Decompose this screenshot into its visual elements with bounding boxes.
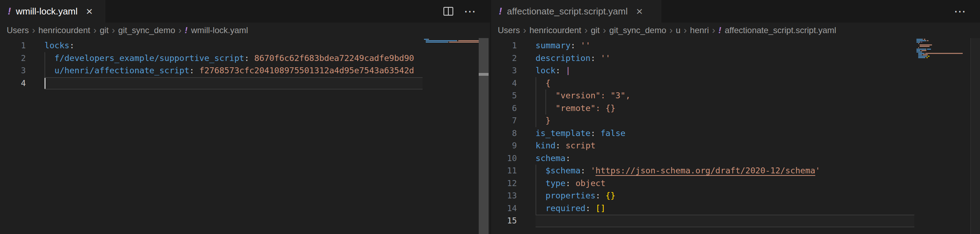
line-number: 9 bbox=[491, 139, 517, 152]
line-number: 3 bbox=[491, 65, 517, 77]
yaml-file-icon: ! bbox=[8, 7, 11, 16]
yaml-file-icon: ! bbox=[185, 25, 188, 35]
line-number: 10 bbox=[491, 152, 517, 165]
breadcrumb-item[interactable]: git_sync_demo bbox=[609, 25, 666, 35]
tab-wmill-lock-yaml[interactable]: ! wmill-lock.yaml × bbox=[0, 0, 105, 22]
schema-url-link[interactable]: https://json-schema.org/draft/2020-12/sc… bbox=[595, 166, 816, 176]
breadcrumb-item[interactable]: git bbox=[100, 25, 108, 35]
code-token: ' bbox=[815, 166, 820, 176]
code-token: { bbox=[546, 78, 550, 88]
code-line[interactable]: 3lock: | bbox=[491, 65, 980, 77]
code-token: "version": "3", bbox=[556, 90, 630, 100]
tab-label: wmill-lock.yaml bbox=[16, 6, 78, 17]
breadcrumb-file[interactable]: affectionate_script.script.yaml bbox=[725, 25, 836, 35]
code-line[interactable]: 4 bbox=[0, 77, 490, 90]
code-text: } bbox=[536, 115, 550, 127]
breadcrumb: Users›henricourdent›git›git_sync_demo›!w… bbox=[0, 22, 490, 38]
code-token: '' bbox=[600, 53, 610, 63]
chevron-right-icon: › bbox=[684, 26, 687, 35]
line-number: 2 bbox=[491, 52, 517, 65]
code-line[interactable]: 14 required: [] bbox=[491, 202, 980, 215]
line-number: 12 bbox=[491, 177, 517, 190]
code-text: f/developers_example/supportive_script: … bbox=[45, 52, 414, 65]
code-token: : bbox=[590, 53, 600, 63]
code-token: script bbox=[566, 141, 595, 150]
breadcrumb-file[interactable]: wmill-lock.yaml bbox=[191, 25, 248, 35]
more-actions-icon[interactable]: ⋯ bbox=[954, 5, 967, 17]
code-line[interactable]: 2description: '' bbox=[491, 52, 980, 65]
tab-bar-right: ! affectionate_script.script.yaml × ⋯ bbox=[491, 0, 980, 23]
breadcrumb-item[interactable]: henricourdent bbox=[38, 25, 91, 35]
chevron-right-icon: › bbox=[112, 26, 115, 35]
code-token: properties bbox=[546, 191, 595, 201]
code-line[interactable]: 1locks: bbox=[0, 40, 490, 52]
code-token bbox=[45, 66, 54, 76]
code-token: false bbox=[600, 128, 625, 138]
breadcrumb-item[interactable]: henricourdent bbox=[530, 25, 581, 35]
editor-group-left: ! wmill-lock.yaml × ⋯ Users›henricourden… bbox=[0, 0, 490, 234]
code-token: : bbox=[189, 66, 199, 76]
code-editor[interactable]: 1locks:2 f/developers_example/supportive… bbox=[0, 38, 490, 234]
code-line[interactable]: 11 $schema: 'https://json-schema.org/dra… bbox=[491, 164, 980, 177]
editor-actions-left: ⋯ bbox=[443, 0, 490, 22]
code-token: f/developers_example/supportive_script bbox=[54, 53, 244, 63]
code-token: : bbox=[571, 41, 581, 51]
code-line[interactable]: 5 "version": "3", bbox=[491, 90, 980, 102]
code-text: "remote": {} bbox=[536, 102, 615, 115]
code-token bbox=[45, 53, 54, 63]
close-icon[interactable]: × bbox=[634, 6, 645, 17]
code-text: { bbox=[536, 77, 550, 90]
line-number: 7 bbox=[491, 115, 517, 127]
code-token: object bbox=[576, 178, 605, 188]
line-number: 11 bbox=[491, 164, 517, 177]
tab-label: affectionate_script.script.yaml bbox=[507, 6, 628, 17]
code-text: type: object bbox=[536, 177, 605, 190]
code-line[interactable]: 13 properties: {} bbox=[491, 190, 980, 202]
code-text: schema: bbox=[536, 152, 571, 165]
split-editor-icon[interactable] bbox=[443, 6, 454, 17]
code-line[interactable]: 10schema: bbox=[491, 152, 980, 165]
code-token: 8670f6c62f683bdea72249cadfe9bd90 bbox=[254, 53, 414, 63]
breadcrumb-item[interactable]: henri bbox=[690, 25, 709, 35]
code-token: "remote": {} bbox=[556, 103, 616, 113]
line-number: 13 bbox=[491, 190, 517, 202]
code-token: $schema bbox=[546, 166, 581, 176]
code-line[interactable]: 6 "remote": {} bbox=[491, 102, 980, 115]
breadcrumb-item[interactable]: git bbox=[590, 25, 600, 35]
code-token: type bbox=[546, 178, 566, 188]
breadcrumb-item[interactable]: Users bbox=[498, 25, 520, 35]
code-line[interactable]: 9kind: script bbox=[491, 139, 980, 152]
code-token: is_template bbox=[536, 128, 590, 138]
code-line[interactable]: 4 { bbox=[491, 77, 980, 90]
code-line[interactable]: 7 } bbox=[491, 115, 980, 127]
code-line[interactable]: 3 u/henri/affectionate_script: f2768573c… bbox=[0, 65, 490, 77]
code-token: f2768573cfc204108975501312a4d95e7543a635… bbox=[199, 66, 414, 76]
code-token: u/henri/affectionate_script bbox=[54, 66, 189, 76]
code-token: : bbox=[581, 166, 590, 176]
code-line[interactable]: 1summary: '' bbox=[491, 40, 980, 52]
code-line[interactable]: 8is_template: false bbox=[491, 127, 980, 140]
close-icon[interactable]: × bbox=[84, 6, 95, 17]
code-text: "version": "3", bbox=[536, 90, 630, 102]
code-editor[interactable]: 1summary: ''2description: ''3lock: |4 {5… bbox=[491, 38, 980, 234]
code-line[interactable]: 12 type: object bbox=[491, 177, 980, 190]
code-line[interactable]: 15 bbox=[491, 215, 980, 227]
code-text: required: [] bbox=[536, 202, 605, 215]
breadcrumb-item[interactable]: Users bbox=[7, 25, 29, 35]
breadcrumb-item[interactable]: git_sync_demo bbox=[118, 25, 175, 35]
code-token: | bbox=[566, 66, 571, 76]
line-number: 5 bbox=[491, 90, 517, 102]
code-token: : bbox=[556, 141, 566, 150]
tab-affectionate-script-yaml[interactable]: ! affectionate_script.script.yaml × bbox=[491, 0, 661, 22]
code-line[interactable]: 2 f/developers_example/supportive_script… bbox=[0, 52, 490, 65]
line-number: 15 bbox=[491, 215, 517, 227]
code-token bbox=[536, 191, 546, 201]
editor-group-right: ! affectionate_script.script.yaml × ⋯ Us… bbox=[491, 0, 980, 234]
line-number: 2 bbox=[0, 52, 26, 65]
tab-bar-left: ! wmill-lock.yaml × ⋯ bbox=[0, 0, 490, 23]
breadcrumb-item[interactable]: u bbox=[676, 25, 680, 35]
code-token: : bbox=[556, 66, 566, 76]
code-text: summary: '' bbox=[536, 40, 590, 52]
more-actions-icon[interactable]: ⋯ bbox=[464, 5, 477, 17]
code-text: description: '' bbox=[536, 52, 610, 65]
